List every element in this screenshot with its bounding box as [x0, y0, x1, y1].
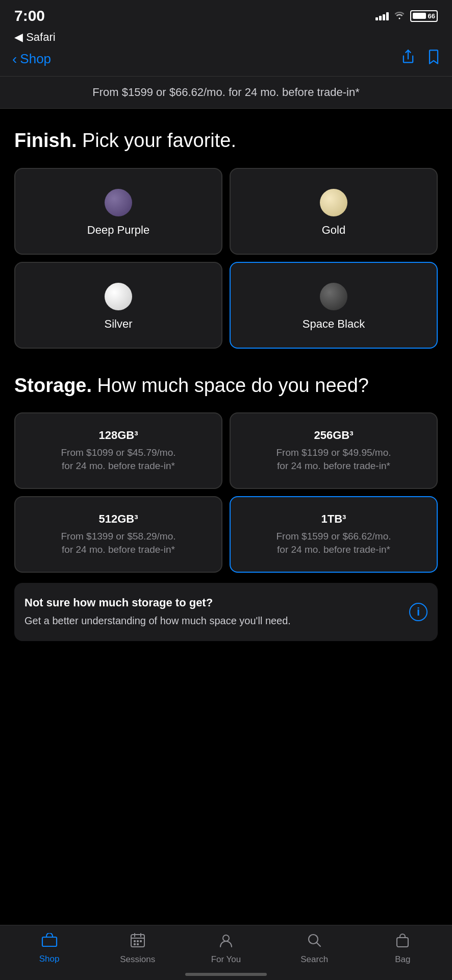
tab-sessions[interactable]: Sessions	[117, 933, 158, 965]
shop-tab-label: Shop	[39, 954, 60, 964]
storage-section-title: Storage. How much space do you need?	[14, 374, 438, 398]
info-icon: i	[409, 603, 428, 621]
storage-1tb-price: From $1599 or $66.62/mo.for 24 mo. befor…	[241, 530, 426, 557]
search-tab-label: Search	[300, 954, 328, 965]
storage-option-128gb[interactable]: 128GB³ From $1099 or $45.79/mo.for 24 mo…	[14, 412, 222, 489]
color-option-silver[interactable]: Silver	[14, 262, 222, 349]
bag-tab-label: Bag	[395, 954, 410, 965]
shop-icon	[41, 933, 58, 951]
svg-point-11	[223, 935, 229, 941]
storage-128gb-price: From $1099 or $45.79/mo.for 24 mo. befor…	[26, 446, 211, 473]
svg-rect-6	[134, 940, 136, 942]
storage-option-512gb[interactable]: 512GB³ From $1399 or $58.29/mo.for 24 mo…	[14, 496, 222, 573]
tab-bar: Shop Sessions For You	[0, 925, 452, 980]
back-button[interactable]: ‹ Shop	[12, 51, 51, 67]
storage-256gb-title: 256GB³	[241, 429, 426, 442]
for-you-tab-label: For You	[211, 954, 241, 965]
tab-shop[interactable]: Shop	[29, 933, 70, 964]
storage-512gb-price: From $1399 or $58.29/mo.for 24 mo. befor…	[26, 530, 211, 557]
tab-for-you[interactable]: For You	[206, 933, 246, 965]
storage-grid: 128GB³ From $1099 or $45.79/mo.for 24 mo…	[14, 412, 438, 573]
color-option-deep-purple[interactable]: Deep Purple	[14, 168, 222, 255]
deep-purple-label: Deep Purple	[87, 224, 149, 237]
sessions-tab-label: Sessions	[120, 954, 155, 965]
status-icons: 66	[375, 10, 438, 22]
gold-label: Gold	[322, 224, 345, 237]
storage-512gb-title: 512GB³	[26, 512, 211, 526]
storage-1tb-title: 1TB³	[241, 512, 426, 526]
home-indicator	[185, 973, 267, 976]
nav-actions	[401, 49, 440, 69]
color-option-gold[interactable]: Gold	[230, 168, 438, 255]
storage-info-banner[interactable]: Not sure how much storage to get? Get a …	[14, 583, 438, 641]
battery-icon: 66	[410, 10, 438, 22]
safari-label: ◀ Safari	[14, 31, 56, 43]
color-grid: Deep Purple Gold Silver Space Black	[14, 168, 438, 349]
space-black-swatch	[320, 283, 347, 310]
status-time: 7:00	[14, 7, 45, 24]
safari-bar: ◀ Safari	[0, 29, 452, 44]
finish-section-title: Finish. Pick your favorite.	[14, 129, 438, 153]
svg-rect-8	[140, 940, 142, 942]
svg-rect-9	[134, 943, 136, 945]
storage-option-256gb[interactable]: 256GB³ From $1199 or $49.95/mo.for 24 mo…	[230, 412, 438, 489]
space-black-label: Space Black	[303, 317, 365, 331]
gold-swatch	[320, 189, 347, 216]
status-bar: 7:00 66	[0, 0, 452, 29]
main-content: Finish. Pick your favorite. Deep Purple …	[0, 109, 452, 677]
wifi-icon	[394, 10, 405, 22]
nav-bar: ‹ Shop	[0, 44, 452, 77]
sessions-icon	[130, 933, 145, 951]
info-banner-title: Not sure how much storage to get?	[24, 596, 291, 609]
svg-rect-7	[137, 940, 139, 942]
silver-swatch	[105, 283, 132, 310]
tab-bag[interactable]: Bag	[382, 933, 423, 965]
svg-rect-14	[397, 938, 408, 947]
color-option-space-black[interactable]: Space Black	[230, 262, 438, 349]
for-you-icon	[218, 933, 234, 951]
storage-128gb-title: 128GB³	[26, 429, 211, 442]
storage-option-1tb[interactable]: 1TB³ From $1599 or $66.62/mo.for 24 mo. …	[230, 496, 438, 573]
info-banner-subtitle: Get a better understanding of how much s…	[24, 614, 291, 628]
price-banner: From $1599 or $66.62/mo. for 24 mo. befo…	[0, 77, 452, 109]
storage-256gb-price: From $1199 or $49.95/mo.for 24 mo. befor…	[241, 446, 426, 473]
bookmark-button[interactable]	[428, 49, 440, 69]
signal-icon	[375, 11, 389, 20]
search-icon	[307, 933, 322, 951]
back-label: Shop	[20, 51, 51, 67]
deep-purple-swatch	[105, 189, 132, 216]
battery-level: 66	[428, 12, 435, 20]
svg-rect-10	[137, 943, 139, 945]
svg-rect-1	[42, 937, 57, 946]
silver-label: Silver	[104, 317, 132, 331]
back-chevron-icon: ‹	[12, 51, 17, 67]
share-button[interactable]	[401, 49, 415, 69]
tab-search[interactable]: Search	[294, 933, 335, 965]
bag-icon	[395, 933, 410, 951]
svg-line-13	[317, 943, 320, 946]
